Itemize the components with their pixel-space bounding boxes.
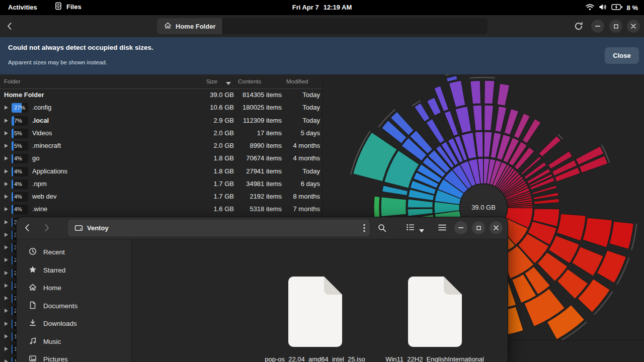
column-header-modified[interactable]: Modified <box>286 78 308 84</box>
ring-segment[interactable] <box>446 75 457 82</box>
sidebar-item-downloads[interactable]: Downloads <box>17 315 131 333</box>
ring-segment[interactable] <box>374 196 380 218</box>
ring-segment[interactable] <box>426 119 445 143</box>
column-header-folder[interactable]: Folder <box>4 78 21 84</box>
refresh-icon[interactable] <box>574 22 583 33</box>
desktop: Activities Files Fri Apr 7 12:19 AM 8 % … <box>0 0 644 362</box>
ring-segment[interactable] <box>381 197 407 217</box>
expander-icon[interactable] <box>5 233 8 237</box>
minimize-button[interactable] <box>591 20 604 33</box>
close-button[interactable] <box>627 20 640 33</box>
expander-icon[interactable] <box>5 131 8 135</box>
expander-icon[interactable] <box>5 207 8 211</box>
search-icon[interactable] <box>378 224 386 234</box>
table-row[interactable]: 4%go1.8 GB70674 items4 months <box>0 152 322 165</box>
table-header[interactable]: Folder Size Contents Modified <box>0 74 322 89</box>
sidebar-item-home[interactable]: Home <box>17 279 131 297</box>
table-row[interactable]: 5%.minecraft2.0 GB8990 items4 months <box>0 140 322 152</box>
percent-badge: 7% <box>12 116 28 126</box>
table-row[interactable]: 27%.config10.6 GB180025 itemsToday <box>0 102 322 114</box>
expander-icon[interactable] <box>5 169 8 173</box>
folder-contents: 2192 items <box>250 193 282 200</box>
column-header-size[interactable]: Size <box>206 78 217 84</box>
activities-button[interactable]: Activities <box>8 4 37 11</box>
percent-badge: 27% <box>12 103 28 113</box>
kebab-menu-icon[interactable] <box>363 224 365 234</box>
banner-close-button[interactable]: Close <box>605 47 639 64</box>
files-minimize-button[interactable] <box>454 221 467 234</box>
files-maximize-button[interactable] <box>472 221 485 234</box>
ring-segment[interactable] <box>539 136 561 157</box>
files-close-button[interactable] <box>490 221 503 234</box>
ring-segment[interactable] <box>449 80 465 108</box>
folder-size: 1.7 GB <box>214 180 234 188</box>
sidebar-item-music[interactable]: Music <box>17 333 131 351</box>
ring-segment[interactable] <box>484 105 493 131</box>
ring-segment[interactable] <box>485 80 495 104</box>
sidebar-item-starred[interactable]: Starred <box>17 261 131 280</box>
files-content-area[interactable]: pop-os_22.04_amd64_intel_25.isoWin11_22H… <box>132 239 508 362</box>
expander-icon[interactable] <box>5 296 8 300</box>
expander-icon[interactable] <box>5 309 8 313</box>
clock[interactable]: Fri Apr 7 12:19 AM <box>292 4 352 11</box>
ring-segment[interactable] <box>408 199 433 208</box>
ring-segment[interactable] <box>444 111 458 136</box>
back-button[interactable] <box>7 22 12 32</box>
expander-icon[interactable] <box>5 119 8 123</box>
battery-percentage: 8 % <box>627 4 638 12</box>
folder-name: .config <box>32 104 51 111</box>
sidebar-item-pictures[interactable]: Pictures <box>17 350 131 362</box>
table-row[interactable]: Home Folder39.0 GB814305 itemsToday <box>0 89 322 102</box>
expander-icon[interactable] <box>5 359 8 362</box>
system-status-area[interactable]: 8 % <box>586 0 638 15</box>
ring-segment[interactable] <box>455 107 471 134</box>
sidebar-item-documents[interactable]: Documents <box>17 297 131 315</box>
table-row[interactable]: 7%.local2.9 GB112309 itemsToday <box>0 115 322 127</box>
expander-icon[interactable] <box>5 220 8 224</box>
file-item[interactable]: Win11_22H2_EnglishInternational_x64v1.is… <box>384 277 485 362</box>
expander-icon[interactable] <box>5 156 8 160</box>
location-entry[interactable] <box>222 18 488 34</box>
file-item[interactable]: pop-os_22.04_amd64_intel_25.iso <box>265 277 365 362</box>
expander-icon[interactable] <box>5 245 8 249</box>
expander-icon[interactable] <box>5 182 8 186</box>
ring-segment[interactable] <box>583 218 612 248</box>
folder-contents: 17 items <box>257 129 282 137</box>
expander-icon[interactable] <box>5 258 8 262</box>
ring-segment[interactable] <box>470 80 481 104</box>
table-row[interactable]: 4%.wine1.6 GB5318 items7 months <box>0 203 322 216</box>
table-row[interactable]: 5%Videos2.0 GB17 items5 days <box>0 127 322 140</box>
ring-segment[interactable] <box>557 214 586 241</box>
expander-icon[interactable] <box>5 106 8 110</box>
table-row[interactable]: 4%.npm1.7 GB34981 items6 days <box>0 178 322 191</box>
table-row[interactable]: 4%web dev1.7 GB2192 items8 months <box>0 191 322 203</box>
expander-icon[interactable] <box>5 271 8 275</box>
ring-cap-icon <box>470 77 495 78</box>
ring-segment[interactable] <box>414 103 430 122</box>
expander-icon[interactable] <box>5 144 8 148</box>
nav-back-button[interactable] <box>25 224 29 234</box>
focused-app-indicator[interactable]: Files <box>54 2 82 12</box>
column-header-contents[interactable]: Contents <box>238 78 261 84</box>
expander-icon[interactable] <box>5 334 8 338</box>
list-view-icon[interactable] <box>407 224 415 233</box>
location-tab[interactable]: Home Folder <box>157 18 222 34</box>
hamburger-menu-icon[interactable] <box>438 224 446 233</box>
clock-time: 12:19 AM <box>324 4 352 11</box>
view-options-caret-icon[interactable] <box>419 226 424 235</box>
expander-icon[interactable] <box>5 284 8 288</box>
nav-forward-button[interactable] <box>45 224 49 234</box>
ring-segment[interactable] <box>495 106 507 132</box>
expander-icon[interactable] <box>5 347 8 351</box>
ring-segment[interactable] <box>534 199 559 204</box>
sidebar-item-recent[interactable]: Recent <box>17 243 131 261</box>
ring-segment[interactable] <box>473 105 482 131</box>
ring-segment[interactable] <box>609 221 634 249</box>
maximize-button[interactable] <box>609 20 622 33</box>
sidebar-item-label: Music <box>43 338 61 345</box>
path-bar[interactable]: Ventoy <box>68 220 370 236</box>
ring-segment[interactable] <box>497 83 510 106</box>
expander-icon[interactable] <box>5 195 8 199</box>
table-row[interactable]: 4%Applications1.8 GB27941 itemsToday <box>0 165 322 178</box>
expander-icon[interactable] <box>5 322 8 326</box>
